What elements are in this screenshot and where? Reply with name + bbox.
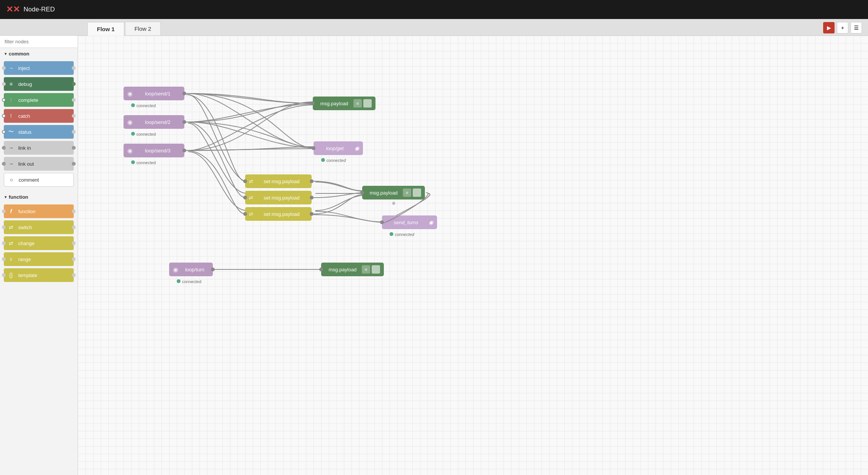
- node-msg-payload-3[interactable]: msg.payload ≡: [321, 263, 384, 276]
- app-title: Node-RED: [24, 6, 55, 13]
- node-set-msg-1[interactable]: ⇄ set msg.payload: [245, 174, 312, 188]
- status-port-right: [72, 130, 76, 134]
- port-loopsend1-right: [182, 92, 186, 95]
- status-loopget: connected: [321, 158, 346, 163]
- debug-btn-3[interactable]: ≡: [362, 265, 370, 274]
- toggle-btn-2[interactable]: [413, 188, 421, 197]
- flow-canvas[interactable]: ◉ loop/send/1 connected ◉ loop/send/2 co…: [78, 36, 868, 475]
- add-tab-button[interactable]: +: [837, 22, 848, 33]
- range-icon: ii: [7, 255, 15, 263]
- function-port-left: [2, 209, 6, 213]
- complete-icon: !: [7, 96, 15, 104]
- node-loop-turn[interactable]: ◉ loop/turn connected: [169, 263, 213, 276]
- port-loopsend2-right: [182, 120, 186, 124]
- palette-node-linkin[interactable]: → link in: [4, 141, 74, 155]
- port-setmsg2-left: [243, 196, 247, 200]
- palette-node-comment[interactable]: ○ comment: [4, 173, 74, 187]
- template-port-right: [72, 273, 76, 277]
- node-loop-send-2[interactable]: ◉ loop/send/2 connected: [124, 115, 184, 129]
- linkin-icon: →: [7, 144, 15, 152]
- palette-node-switch[interactable]: ⇄ switch: [4, 220, 74, 234]
- palette-node-debug[interactable]: ≡ debug: [4, 77, 74, 91]
- section-function[interactable]: ▾ function: [0, 191, 78, 203]
- debug-port-right: [72, 82, 76, 86]
- app-header: ✕✕ Node-RED: [0, 0, 868, 19]
- debug-btn-1[interactable]: ≡: [353, 99, 362, 108]
- tab-flow2[interactable]: Flow 2: [125, 22, 161, 35]
- linkout-port-left: [2, 162, 6, 166]
- catch-icon: !: [7, 112, 15, 120]
- port-setmsg2-right: [310, 196, 314, 200]
- switch-port-left: [2, 225, 6, 229]
- function-palette: f function ⇄ switch ⇄ change ii range: [0, 203, 78, 283]
- inject-port-right: [72, 66, 76, 70]
- status-loopturn: connected: [177, 279, 201, 284]
- wires-svg: [78, 36, 868, 475]
- template-port-left: [2, 273, 6, 277]
- status-icon: 〜: [7, 128, 15, 136]
- range-port-left: [2, 257, 6, 261]
- filter-nodes-input[interactable]: [0, 36, 78, 48]
- node-loop-get[interactable]: loop/get ◉ connected: [314, 141, 363, 155]
- tabbar: Flow 1 Flow 2 ▶ + ☰: [0, 19, 868, 36]
- port-setmsg3-left: [243, 212, 247, 216]
- section-common-label: common: [9, 51, 29, 57]
- deploy-button[interactable]: ▶: [823, 22, 835, 33]
- change-icon: ⇄: [7, 239, 15, 247]
- chevron-function: ▾: [5, 195, 6, 199]
- inject-icon: →: [7, 64, 15, 72]
- node-msg-payload-2[interactable]: msg.payload ≡: [362, 186, 425, 200]
- node-set-msg-2[interactable]: ⇄ set msg.payload: [245, 191, 312, 204]
- palette-node-catch[interactable]: ! catch: [4, 109, 74, 123]
- function-icon: f: [7, 207, 15, 215]
- status-loopsend1: connected: [131, 103, 156, 108]
- catch-port-left: [2, 114, 6, 118]
- palette-node-complete[interactable]: ! complete: [4, 93, 74, 107]
- port-loopturn-right: [211, 268, 215, 271]
- status-port-left: [2, 130, 6, 134]
- connections-svg: [78, 36, 868, 475]
- logo-icon: ✕✕: [6, 5, 20, 14]
- debug-icon: ≡: [7, 80, 15, 88]
- linkin-port-right: [72, 146, 76, 150]
- common-palette: → inject ≡ debug ! complete ! catch: [0, 60, 78, 188]
- port-setmsg3-right: [310, 212, 314, 216]
- template-icon: {}: [7, 271, 15, 279]
- palette-node-change[interactable]: ⇄ change: [4, 236, 74, 250]
- status-loopsend2: connected: [131, 132, 156, 136]
- debug-btn-2[interactable]: ≡: [403, 188, 411, 197]
- inject-port-left: [2, 66, 6, 70]
- palette-node-template[interactable]: {} template: [4, 268, 74, 282]
- complete-port-left: [2, 98, 6, 102]
- main-layout: ▾ common → inject ≡ debug ! complete: [0, 36, 868, 475]
- catch-port-right: [72, 114, 76, 118]
- palette-node-inject[interactable]: → inject: [4, 61, 74, 75]
- palette-node-range[interactable]: ii range: [4, 252, 74, 266]
- node-set-msg-3[interactable]: ⇄ set msg.payload: [245, 207, 312, 221]
- status-loopsend3: connected: [131, 160, 156, 165]
- linkout-icon: →: [7, 160, 15, 168]
- node-send-turns[interactable]: send_turns ◉ connected: [382, 215, 437, 229]
- node-msg-payload-1[interactable]: msg.payload ≡: [313, 97, 375, 110]
- port-msgpayload1-left: [311, 101, 315, 105]
- extra-port: [392, 202, 395, 205]
- range-port-right: [72, 257, 76, 261]
- debug-port-left: [2, 82, 6, 86]
- change-port-left: [2, 241, 6, 245]
- chevron-common: ▾: [5, 52, 6, 56]
- tab-flow1[interactable]: Flow 1: [87, 22, 124, 36]
- section-common[interactable]: ▾ common: [0, 48, 78, 60]
- palette-node-linkout[interactable]: → link out: [4, 157, 74, 171]
- palette-node-status[interactable]: 〜 status: [4, 125, 74, 139]
- node-loop-send-1[interactable]: ◉ loop/send/1 connected: [124, 87, 184, 100]
- sidebar: ▾ common → inject ≡ debug ! complete: [0, 36, 78, 475]
- node-loop-send-3[interactable]: ◉ loop/send/3 connected: [124, 144, 184, 157]
- section-function-label: function: [9, 194, 28, 200]
- port-sendturns-left: [380, 220, 384, 224]
- palette-node-function[interactable]: f function: [4, 204, 74, 218]
- change-port-right: [72, 241, 76, 245]
- toggle-btn-1[interactable]: [363, 99, 372, 108]
- menu-button[interactable]: ☰: [851, 22, 862, 33]
- toggle-btn-3[interactable]: [372, 265, 380, 274]
- port-msgpayload3-left: [319, 268, 323, 271]
